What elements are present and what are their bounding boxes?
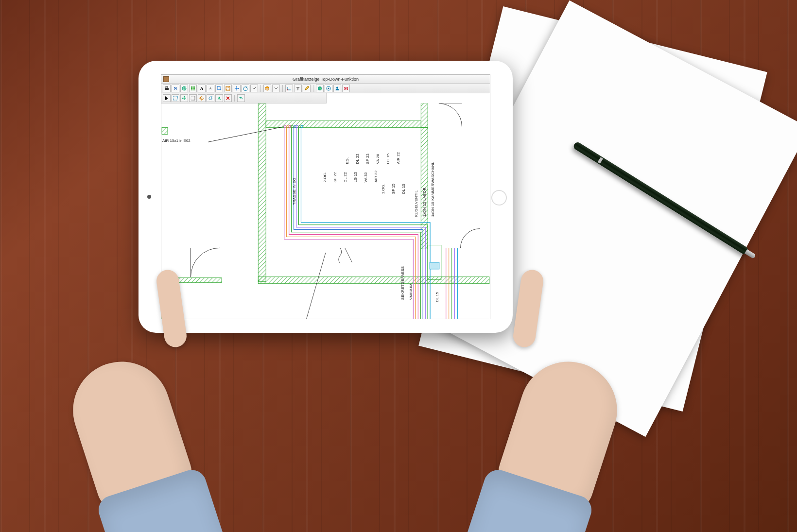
target-icon[interactable] [325, 85, 332, 92]
labels-sekret: SEKRETGEFAESS VAKUUM [400, 266, 413, 300]
refresh-icon[interactable] [242, 85, 249, 92]
secondary-toolbar: A [161, 93, 327, 103]
svg-point-7 [287, 89, 288, 90]
drawing-canvas[interactable]: AIR 15x1 in E02 TRASSE IN EG 2.OG. SF 22… [161, 103, 490, 319]
labels-1og: 1.OG. SF 15 DL 15 [381, 184, 406, 194]
filter-icon[interactable] [294, 85, 302, 92]
select-rect-icon[interactable] [172, 94, 179, 102]
hand-left [48, 334, 243, 532]
tablet-device: Grafikanzeige Top-Down-Funktion NAAM A [139, 61, 513, 333]
toolbar-separator [234, 95, 235, 102]
rotate-icon[interactable] [207, 94, 214, 102]
dropdown2-icon[interactable] [272, 85, 280, 92]
callout-air: AIR 15x1 in E02 [162, 138, 191, 143]
pan-icon[interactable] [233, 85, 241, 92]
undo-icon[interactable] [237, 94, 245, 102]
svg-line-28 [306, 253, 326, 319]
svg-rect-44 [430, 262, 439, 269]
floorplan-svg [161, 103, 490, 319]
svg-rect-17 [162, 128, 168, 135]
label-trasse: TRASSE IN EG [292, 178, 296, 205]
world-icon[interactable] [316, 85, 324, 92]
svg-line-29 [345, 248, 352, 262]
marquee-icon[interactable] [189, 94, 197, 102]
svg-rect-13 [191, 96, 195, 100]
app-icon [163, 76, 169, 82]
app-window: Grafikanzeige Top-Down-Funktion NAAM A [161, 74, 490, 319]
svg-point-11 [336, 86, 338, 88]
svg-rect-12 [173, 96, 177, 100]
zoom-out-icon[interactable]: A [207, 85, 214, 92]
close-icon[interactable] [224, 94, 232, 102]
svg-rect-20 [258, 103, 266, 282]
grid-icon[interactable] [189, 85, 197, 92]
labels-eg: EG. DL 22 SF 22 VA 28 LG 15 AIR 22 [345, 152, 400, 164]
move-icon[interactable] [180, 94, 188, 102]
svg-point-15 [201, 98, 202, 99]
svg-rect-0 [165, 88, 169, 90]
axes-icon[interactable] [285, 85, 293, 92]
main-toolbar: NAAM [161, 84, 490, 93]
svg-line-27 [208, 127, 284, 142]
measure-icon[interactable]: A [215, 94, 223, 102]
toolbar-separator [313, 85, 313, 92]
edit-icon[interactable] [303, 85, 311, 92]
label-dl15: DL 15 [435, 292, 439, 302]
svg-rect-1 [166, 86, 168, 88]
svg-rect-22 [421, 103, 428, 128]
layers-icon[interactable] [263, 85, 271, 92]
labels-kugelventil: KUGELVENTIL 1xDN 15 LABOR 1xDN 15 KAMMER… [414, 162, 435, 217]
dropdown-icon[interactable] [250, 85, 258, 92]
labels-2og: 2.OG. SF 22 DL 22 LG 15 VA 35 AIR 22 [323, 171, 378, 182]
toolbar-separator [260, 85, 261, 92]
zoom-in-icon[interactable]: A [198, 85, 206, 92]
svg-rect-19 [178, 278, 222, 283]
globe-icon[interactable] [180, 85, 188, 92]
svg-rect-3 [191, 86, 195, 90]
title-bar: Grafikanzeige Top-Down-Funktion [161, 75, 490, 84]
zoom-window-icon[interactable] [215, 85, 223, 92]
user-icon[interactable] [333, 85, 341, 92]
svg-point-10 [328, 87, 329, 89]
north-icon[interactable]: N [172, 85, 179, 92]
center-icon[interactable] [198, 94, 206, 102]
window-title: Grafikanzeige Top-Down-Funktion [293, 77, 359, 82]
print-icon[interactable] [163, 85, 171, 92]
svg-rect-21 [266, 121, 421, 128]
zoom-extents-icon[interactable] [224, 85, 232, 92]
toolbar-separator [282, 85, 283, 92]
cursor-icon[interactable] [163, 94, 171, 102]
mode-m-icon[interactable]: M [342, 85, 350, 92]
